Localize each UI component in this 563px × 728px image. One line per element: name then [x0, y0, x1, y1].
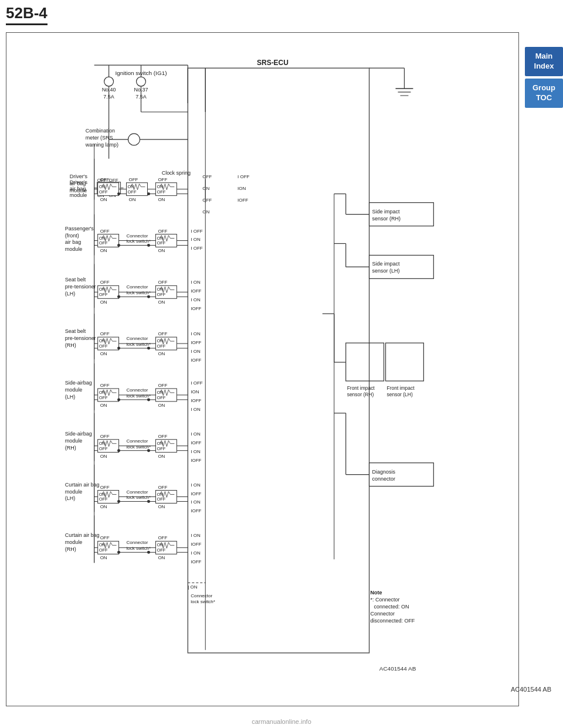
svg-text:*: Connector: *: Connector	[371, 597, 400, 603]
svg-text:lock switch*: lock switch*	[127, 239, 151, 244]
svg-text:I ON: I ON	[191, 237, 201, 243]
svg-text:ON: ON	[100, 300, 107, 305]
svg-text:ON: ON	[158, 504, 165, 509]
svg-text:Diagnosis: Diagnosis	[372, 469, 396, 475]
svg-text:air bag: air bag	[70, 181, 86, 186]
svg-text:lock switch*: lock switch*	[127, 342, 151, 347]
svg-text:OFF: OFF	[157, 343, 165, 349]
svg-text:IOFF: IOFF	[191, 340, 201, 345]
svg-text:ON: ON	[100, 454, 107, 459]
svg-text:OFF: OFF	[100, 177, 110, 182]
svg-text:Seat belt: Seat belt	[65, 277, 86, 283]
svg-text:OFF: OFF	[158, 535, 167, 540]
svg-text:ON: ON	[158, 351, 165, 356]
svg-text:I ON: I ON	[191, 499, 201, 505]
svg-text:OFF: OFF	[157, 292, 165, 297]
svg-text:lock switch*: lock switch*	[127, 290, 151, 295]
svg-text:OFF: OFF	[158, 383, 167, 388]
svg-text:OFF: OFF	[157, 547, 165, 553]
svg-text:(RH): (RH)	[65, 342, 76, 348]
svg-text:Note: Note	[371, 590, 382, 596]
svg-text:(LH): (LH)	[65, 495, 75, 501]
group-toc-button[interactable]: GroupTOC	[525, 79, 563, 108]
svg-text:module: module	[65, 489, 82, 495]
svg-text:module: module	[65, 438, 82, 444]
svg-text:AC401544 AB: AC401544 AB	[379, 665, 416, 672]
svg-text:module: module	[65, 539, 82, 545]
svg-text:ON: ON	[129, 197, 136, 202]
svg-text:I ON: I ON	[191, 280, 201, 285]
svg-text:OFF: OFF	[99, 496, 108, 502]
svg-text:OFF: OFF	[100, 383, 110, 388]
svg-text:I ON: I ON	[191, 482, 201, 488]
svg-text:ON: ON	[202, 209, 209, 215]
svg-text:OFF: OFF	[99, 292, 108, 297]
svg-text:OFF: OFF	[157, 496, 165, 502]
svg-text:Side-airbag: Side-airbag	[65, 380, 92, 386]
svg-text:OFF: OFF	[158, 434, 167, 439]
svg-text:Combination: Combination	[86, 128, 115, 134]
svg-text:OFF: OFF	[109, 178, 118, 183]
svg-text:OFF: OFF	[100, 485, 110, 490]
svg-text:OFF: OFF	[128, 189, 137, 195]
svg-point-274	[147, 551, 150, 554]
svg-text:OFF: OFF	[99, 343, 108, 349]
svg-text:I ON: I ON	[191, 297, 201, 302]
svg-text:lock switch*: lock switch*	[191, 599, 215, 604]
svg-text:(LH): (LH)	[65, 394, 75, 400]
svg-text:sensor (RH): sensor (RH)	[372, 216, 401, 222]
svg-text:module: module	[70, 188, 87, 193]
svg-text:ON: ON	[100, 248, 107, 253]
svg-text:IOFF: IOFF	[191, 440, 201, 445]
svg-text:I OFF: I OFF	[191, 246, 202, 251]
svg-text:ON: ON	[202, 186, 209, 191]
svg-text:Connector: Connector	[191, 593, 212, 598]
svg-point-10	[136, 77, 145, 86]
svg-rect-293	[386, 343, 424, 381]
svg-text:(RH): (RH)	[65, 546, 76, 552]
svg-text:IOFF: IOFF	[191, 358, 201, 363]
svg-text:pre-tensioner: pre-tensioner	[65, 284, 96, 290]
svg-text:sensor (RH): sensor (RH)	[347, 392, 374, 397]
svg-point-162	[147, 347, 150, 350]
svg-text:I ON: I ON	[191, 533, 201, 538]
svg-text:warning lamp): warning lamp)	[85, 142, 118, 148]
svg-text:ON: ON	[158, 403, 165, 408]
svg-text:lock switch*: lock switch*	[127, 546, 151, 551]
footer-watermark: carmanualonline.info	[0, 718, 563, 725]
svg-text:ON: ON	[100, 403, 107, 408]
svg-text:Connector: Connector	[127, 336, 148, 341]
circuit-diagram: SRS-ECU Ignition switch (IG1) No.40 7.5A…	[6, 33, 518, 706]
svg-text:sensor (LH): sensor (LH)	[372, 268, 400, 274]
svg-text:Seat belt: Seat belt	[65, 328, 86, 334]
svg-text:(LH): (LH)	[65, 291, 75, 297]
svg-text:OFF: OFF	[202, 198, 212, 203]
main-index-button[interactable]: MainIndex	[525, 47, 563, 76]
svg-text:IOFF: IOFF	[191, 559, 201, 564]
svg-text:ON: ON	[158, 300, 165, 305]
svg-text:Connector: Connector	[127, 284, 148, 290]
svg-text:ON: ON	[100, 197, 107, 202]
svg-text:OFF: OFF	[100, 331, 110, 336]
svg-text:OFF: OFF	[99, 189, 108, 195]
svg-text:IOFF: IOFF	[191, 508, 201, 513]
svg-text:connector: connector	[372, 476, 395, 482]
page-header: 52B-4	[0, 0, 82, 29]
svg-text:I ON: I ON	[191, 449, 201, 454]
svg-text:OFF: OFF	[157, 240, 165, 246]
svg-text:I ON: I ON	[191, 331, 201, 336]
svg-text:lock switch*: lock switch*	[127, 495, 151, 500]
svg-text:OFF: OFF	[157, 395, 165, 400]
svg-text:ON: ON	[100, 504, 107, 509]
svg-text:I OFF: I OFF	[191, 229, 202, 234]
svg-point-20	[128, 134, 140, 145]
svg-point-218	[147, 449, 150, 452]
svg-text:I ON: I ON	[191, 431, 201, 437]
svg-text:OFF: OFF	[129, 177, 138, 182]
svg-text:disconnected: OFF: disconnected: OFF	[371, 618, 415, 624]
svg-text:OFF: OFF	[99, 395, 108, 400]
svg-text:SRS-ECU: SRS-ECU	[257, 59, 289, 67]
svg-point-134	[147, 295, 150, 298]
svg-text:module: module	[65, 387, 82, 393]
svg-text:air bag: air bag	[65, 239, 81, 245]
